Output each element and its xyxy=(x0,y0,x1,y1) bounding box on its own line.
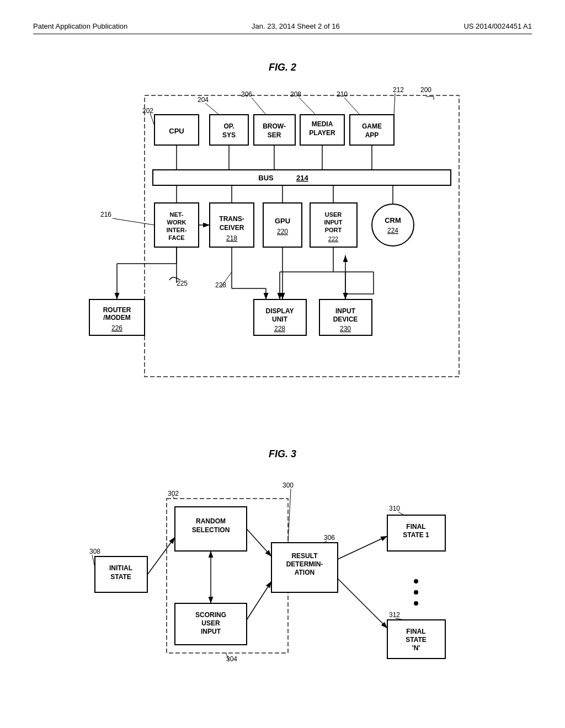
svg-text:CEIVER: CEIVER xyxy=(220,224,244,232)
svg-text:204: 204 xyxy=(198,96,209,104)
svg-point-125 xyxy=(414,590,418,595)
svg-text:222: 222 xyxy=(328,235,338,242)
svg-text:NET-: NET- xyxy=(169,211,183,218)
svg-rect-14 xyxy=(300,115,344,145)
svg-text:WORK: WORK xyxy=(167,219,186,226)
svg-text:SER: SER xyxy=(268,131,281,139)
svg-line-79 xyxy=(205,103,219,115)
svg-text:FINAL: FINAL xyxy=(406,523,425,531)
svg-line-127 xyxy=(147,537,175,575)
header-right: US 2014/0024451 A1 xyxy=(463,22,532,30)
svg-line-87 xyxy=(394,93,395,115)
svg-text:302: 302 xyxy=(168,490,179,497)
fig3-container: FIG. 3 RANDOM SELECTION xyxy=(67,437,498,714)
svg-text:ROUTER: ROUTER xyxy=(103,306,131,314)
header-center: Jan. 23, 2014 Sheet 2 of 16 xyxy=(252,22,340,30)
svg-text:300: 300 xyxy=(282,481,294,489)
svg-text:TRANS-: TRANS- xyxy=(219,215,244,223)
svg-text:214: 214 xyxy=(296,174,308,182)
svg-point-42 xyxy=(372,204,414,246)
svg-line-128 xyxy=(247,529,271,556)
svg-text:INPUT: INPUT xyxy=(335,307,356,315)
svg-text:206: 206 xyxy=(241,90,252,98)
svg-text:STATE: STATE xyxy=(110,573,131,581)
svg-rect-8 xyxy=(210,115,248,145)
svg-rect-71 xyxy=(89,299,145,335)
svg-rect-11 xyxy=(254,115,295,145)
svg-line-95 xyxy=(221,272,232,287)
svg-text:SELECTION: SELECTION xyxy=(192,526,230,534)
svg-text:210: 210 xyxy=(337,90,348,98)
svg-text:216: 216 xyxy=(100,211,111,218)
svg-text:BROW-: BROW- xyxy=(263,122,286,130)
svg-text:DEVICE: DEVICE xyxy=(333,315,358,323)
svg-rect-6 xyxy=(154,115,199,145)
svg-text:RANDOM: RANDOM xyxy=(196,517,226,525)
svg-text:SYS: SYS xyxy=(222,131,236,139)
svg-text:ATION: ATION xyxy=(295,569,315,576)
svg-text:SCORING: SCORING xyxy=(195,611,226,619)
svg-rect-25 xyxy=(154,203,199,247)
fig2-container: FIG. 2 BUS 214 xyxy=(67,51,498,404)
svg-text:STATE: STATE xyxy=(406,636,427,644)
svg-text:OP.: OP. xyxy=(223,122,234,130)
svg-text:202: 202 xyxy=(142,107,153,115)
svg-rect-30 xyxy=(210,203,254,247)
svg-text:224: 224 xyxy=(387,227,398,234)
fig3-arrows: RANDOM SELECTION SCORING USER INPUT RESU… xyxy=(78,471,509,703)
svg-text:DETERMIN-: DETERMIN- xyxy=(286,560,323,568)
svg-text:GPU: GPU xyxy=(275,217,290,225)
fig2-arrows: BUS 214 CPU OP. SYS BROW- SER MEDIA PLAY… xyxy=(78,84,487,393)
svg-text:GAME: GAME xyxy=(362,122,382,130)
svg-text:FINAL: FINAL xyxy=(406,628,425,635)
svg-line-131 xyxy=(338,579,387,628)
svg-text:310: 310 xyxy=(389,505,400,512)
svg-text:CRM: CRM xyxy=(385,216,401,224)
svg-text:208: 208 xyxy=(290,90,301,98)
svg-text:228: 228 xyxy=(274,325,285,333)
svg-line-77 xyxy=(150,113,154,126)
svg-text:/MODEM: /MODEM xyxy=(103,314,130,322)
svg-line-85 xyxy=(344,98,360,115)
svg-text:225: 225 xyxy=(177,280,188,287)
fig2-title: FIG. 2 xyxy=(78,62,487,73)
svg-line-136 xyxy=(288,489,291,543)
svg-text:DISPLAY: DISPLAY xyxy=(266,307,294,315)
svg-text:UNIT: UNIT xyxy=(272,315,288,323)
svg-line-92 xyxy=(113,218,154,225)
svg-rect-2 xyxy=(145,95,459,377)
svg-text:STATE 1: STATE 1 xyxy=(403,531,429,539)
svg-line-99 xyxy=(117,247,154,299)
svg-point-126 xyxy=(414,601,418,606)
svg-text:INPUT: INPUT xyxy=(201,628,221,635)
svg-text:226: 226 xyxy=(111,324,122,332)
svg-text:228: 228 xyxy=(215,281,226,289)
svg-text:INPUT: INPUT xyxy=(324,219,343,226)
svg-rect-17 xyxy=(350,115,394,145)
svg-text:FACE: FACE xyxy=(168,234,184,241)
svg-point-124 xyxy=(414,579,418,584)
svg-text:INTER-: INTER- xyxy=(167,227,187,233)
fig3-title: FIG. 3 xyxy=(78,448,487,460)
svg-text:CPU: CPU xyxy=(169,127,184,135)
svg-rect-50 xyxy=(254,299,306,335)
svg-text:USER: USER xyxy=(325,211,342,218)
svg-rect-54 xyxy=(319,299,372,335)
svg-text:218: 218 xyxy=(226,234,237,242)
svg-line-129 xyxy=(247,581,271,620)
svg-line-81 xyxy=(252,98,266,115)
svg-text:'N': 'N' xyxy=(412,644,420,652)
svg-rect-37 xyxy=(310,203,357,247)
svg-text:BUS: BUS xyxy=(258,174,274,182)
svg-line-130 xyxy=(338,536,387,559)
svg-text:USER: USER xyxy=(201,619,220,627)
svg-text:PLAYER: PLAYER xyxy=(309,129,335,137)
fig3-diagram: RANDOM SELECTION SCORING USER INPUT RESU… xyxy=(78,471,487,703)
svg-text:220: 220 xyxy=(277,228,288,235)
svg-text:308: 308 xyxy=(89,548,100,555)
header-left: Patent Application Publication xyxy=(33,22,127,30)
fig2-diagram: BUS 214 CPU OP. SYS BROW- SER MEDIA PLAY… xyxy=(78,84,487,393)
svg-text:312: 312 xyxy=(389,611,400,619)
svg-text:200: 200 xyxy=(420,86,431,94)
svg-text:212: 212 xyxy=(393,86,404,94)
